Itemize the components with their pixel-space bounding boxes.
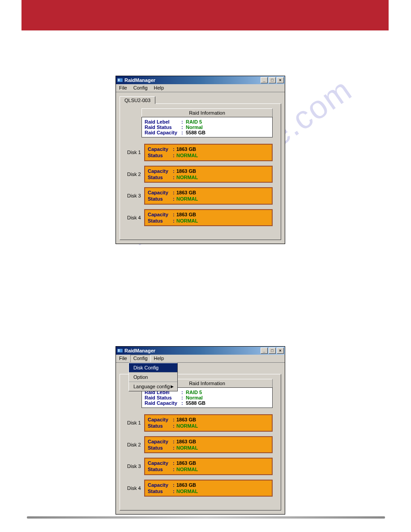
menu-config[interactable]: Config <box>130 84 151 92</box>
menubar: File Config Help <box>116 355 285 363</box>
app-icon <box>117 348 123 354</box>
disk-status-box: Capacity:1863 GBStatus:NORMAL <box>144 414 273 432</box>
maximize-button[interactable]: □ <box>269 77 276 83</box>
tab-content: Raid Information Raid Lebel : RAID 5 Rai… <box>120 103 281 240</box>
svg-rect-1 <box>118 79 120 80</box>
disk-label: Disk 4 <box>127 485 144 491</box>
close-button[interactable]: × <box>277 77 284 83</box>
maximize-button[interactable]: □ <box>269 348 276 354</box>
disk-status-label: Status <box>148 152 173 159</box>
window-raidmanager: RaidManager _ □ × File Config Help QLSU2… <box>116 76 285 244</box>
raid-status-value: Normal <box>186 395 203 400</box>
disk-row: Disk 1Capacity:1863 GBStatus:NORMAL <box>127 144 273 161</box>
client-area: QLSU2-003 Raid Information Raid Lebel : … <box>116 92 285 244</box>
disk-status-value: NORMAL <box>176 152 198 159</box>
screenshot-raidmanager-menu-open: RaidManager _ □ × File Config Help Disk … <box>116 346 285 515</box>
titlebar: RaidManager _ □ × <box>116 76 285 84</box>
disk-capacity-label: Capacity <box>148 438 173 445</box>
disk-status-value: NORMAL <box>176 174 198 180</box>
disk-row: Disk 2Capacity:1863 GBStatus:NORMAL <box>127 436 273 454</box>
disk-status-box: Capacity:1863 GBStatus:NORMAL <box>144 209 273 227</box>
raid-capacity-value: 5588 GB <box>186 400 206 406</box>
disk-row: Disk 4Capacity:1863 GBStatus:NORMAL <box>127 209 273 227</box>
page-header-bar <box>21 0 389 30</box>
menu-file[interactable]: File <box>116 84 130 92</box>
disk-label: Disk 4 <box>127 215 144 220</box>
disk-status-value: NORMAL <box>176 423 198 429</box>
disk-capacity-label: Capacity <box>148 460 173 466</box>
minimize-button[interactable]: _ <box>261 77 268 83</box>
config-dropdown: Disk Config Option Language config ▶ <box>128 363 178 391</box>
disk-status-label: Status <box>148 423 173 429</box>
disk-label: Disk 3 <box>127 193 144 198</box>
disk-status-value: NORMAL <box>176 466 198 472</box>
tab-content: Raid Information Raid Lebel : RAID 5 Rai… <box>120 374 281 511</box>
raid-information-panel: Raid Information Raid Lebel : RAID 5 Rai… <box>141 108 273 137</box>
raid-level-value: RAID 5 <box>186 390 202 395</box>
menu-item-disk-config[interactable]: Disk Config <box>129 363 177 373</box>
menu-help[interactable]: Help <box>151 84 167 92</box>
raid-level-value: RAID 5 <box>186 119 202 124</box>
disk-label: Disk 1 <box>127 420 144 425</box>
window-raidmanager: RaidManager _ □ × File Config Help Disk … <box>116 346 285 515</box>
window-title: RaidManager <box>124 77 155 83</box>
disk-status-box: Capacity:1863 GBStatus:NORMAL <box>144 187 273 205</box>
tab-device[interactable]: QLSU2-003 <box>120 96 155 104</box>
disk-status-box: Capacity:1863 GBStatus:NORMAL <box>144 436 273 454</box>
disk-capacity-value: 1863 GB <box>176 482 196 488</box>
disk-capacity-label: Capacity <box>148 189 173 196</box>
raid-status-label: Raid Status <box>145 395 181 400</box>
disk-capacity-value: 1863 GB <box>176 211 196 218</box>
disk-row: Disk 4Capacity:1863 GBStatus:NORMAL <box>127 480 273 497</box>
raid-info-box: Raid Lebel : RAID 5 Raid Status : Normal… <box>141 117 273 137</box>
disk-capacity-label: Capacity <box>148 146 173 152</box>
menu-item-language-config[interactable]: Language config ▶ <box>129 382 177 391</box>
disk-row: Disk 2Capacity:1863 GBStatus:NORMAL <box>127 166 273 183</box>
app-icon <box>117 77 123 83</box>
raid-capacity-label: Raid Capacity <box>145 400 181 406</box>
disk-status-label: Status <box>148 488 173 494</box>
disk-status-value: NORMAL <box>176 445 198 451</box>
disk-status-label: Status <box>148 466 173 472</box>
titlebar: RaidManager _ □ × <box>116 347 285 355</box>
raid-capacity-label: Raid Capacity <box>145 130 181 135</box>
disk-label: Disk 2 <box>127 172 144 177</box>
screenshot-raidmanager-main: RaidManager _ □ × File Config Help QLSU2… <box>116 76 285 244</box>
disk-status-box: Capacity:1863 GBStatus:NORMAL <box>144 458 273 475</box>
menu-config[interactable]: Config <box>130 355 151 362</box>
disk-label: Disk 1 <box>127 150 144 155</box>
disk-capacity-label: Capacity <box>148 211 173 218</box>
disk-status-label: Status <box>148 196 173 202</box>
menu-file[interactable]: File <box>116 355 130 362</box>
page-footer-divider <box>27 516 385 519</box>
raid-status-label: Raid Status <box>145 124 181 130</box>
disk-status-label: Status <box>148 445 173 451</box>
disk-capacity-value: 1863 GB <box>176 438 196 445</box>
raid-capacity-value: 5588 GB <box>186 130 206 135</box>
disk-capacity-value: 1863 GB <box>176 168 196 174</box>
disk-capacity-label: Capacity <box>148 168 173 174</box>
disk-row: Disk 3Capacity:1863 GBStatus:NORMAL <box>127 458 273 475</box>
minimize-button[interactable]: _ <box>261 348 268 354</box>
raid-info-header: Raid Information <box>141 108 273 117</box>
disk-capacity-value: 1863 GB <box>176 460 196 466</box>
menu-help[interactable]: Help <box>151 355 167 362</box>
disk-capacity-label: Capacity <box>148 416 173 423</box>
close-button[interactable]: × <box>277 348 284 354</box>
raid-status-value: Normal <box>186 124 203 130</box>
submenu-arrow-icon: ▶ <box>171 384 174 389</box>
disk-capacity-value: 1863 GB <box>176 146 196 152</box>
disk-status-value: NORMAL <box>176 488 198 494</box>
disk-capacity-value: 1863 GB <box>176 416 196 423</box>
raid-level-label: Raid Lebel <box>145 119 181 124</box>
menubar: File Config Help <box>116 84 285 92</box>
disk-row: Disk 3Capacity:1863 GBStatus:NORMAL <box>127 187 273 205</box>
svg-rect-4 <box>118 349 120 350</box>
disk-status-label: Status <box>148 174 173 180</box>
disk-label: Disk 3 <box>127 463 144 469</box>
menu-item-option[interactable]: Option <box>129 373 177 382</box>
disk-status-value: NORMAL <box>176 218 198 224</box>
disk-status-label: Status <box>148 218 173 224</box>
disk-capacity-label: Capacity <box>148 482 173 488</box>
disk-status-value: NORMAL <box>176 196 198 202</box>
